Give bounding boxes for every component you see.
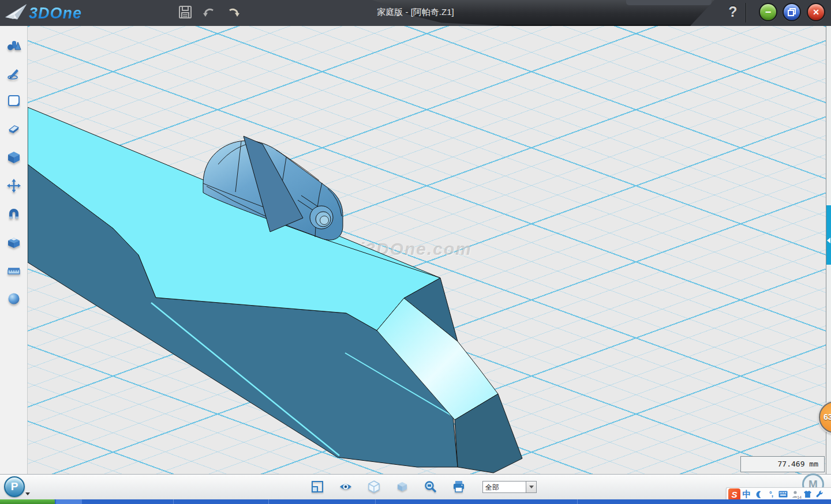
collapsed-panel-tab[interactable] [826,205,831,265]
os-taskbar-sliver [0,499,831,504]
close-button[interactable]: ✕ [807,3,825,21]
wireframe-cube-icon[interactable] [367,480,381,494]
ime-user-count: 14 [797,495,802,499]
chevron-down-icon [529,486,534,488]
sketch-plane-icon[interactable] [6,93,21,108]
zoom-search-icon[interactable] [424,480,437,494]
titlebar: 3DOne 家庭版 - [阿帕奇.Z1] ? − ✕ [0,0,831,26]
ime-user[interactable]: 14 [789,488,801,500]
sketch-pencil-icon[interactable] [6,66,21,81]
ime-settings[interactable] [814,488,825,500]
combine-box-icon[interactable] [6,235,21,250]
save-icon[interactable] [178,5,193,20]
restore-button[interactable] [783,3,801,21]
notification-count: 63 [823,412,831,422]
ime-softkeyboard[interactable] [777,488,789,500]
ime-fullhalf-toggle[interactable] [753,488,765,500]
scale-indicator: 77.469 mm [740,456,825,472]
ime-logo[interactable]: S [728,488,740,501]
3done-app-window: { "titlebar": { "brand": "3DOne", "title… [0,0,831,504]
display-filter-dropdown[interactable]: 全部 [482,481,537,493]
bottom-toolbar: P [0,474,831,499]
help-button[interactable]: ? [724,3,742,20]
keyboard-icon [778,491,788,498]
filter-selected-value: 全部 [482,481,526,493]
brand-text: 3DOne [29,5,82,22]
taskbar-separator [577,499,578,504]
taskbar-separator [268,499,269,504]
measure-ruler-icon[interactable] [6,263,21,278]
taskbar-item-sliver[interactable] [56,499,82,504]
plugin-p-dropdown-arrow[interactable] [25,492,30,495]
undo-icon[interactable] [202,5,217,20]
view-layout-icon[interactable] [310,480,324,494]
taskbar-separator [375,499,376,504]
ime-lang-toggle[interactable]: 中 [741,488,753,500]
visibility-eye-icon[interactable] [339,480,353,494]
model-apache[interactable] [28,26,826,474]
app-logo: 3DOne [3,2,130,25]
start-button-sliver[interactable] [0,499,55,504]
restore-icon [788,8,796,16]
view-controls: 全部 [310,480,537,494]
solid-cube-icon[interactable] [6,150,21,165]
material-sphere-icon[interactable] [6,291,21,306]
primitive-shapes-icon[interactable] [6,38,21,53]
plugin-p-badge[interactable]: P [4,476,25,497]
titlebar-top-tab-decoration [626,0,712,5]
minimize-icon: − [765,6,772,18]
dropdown-arrow-button[interactable] [526,481,537,493]
punctuation-icon[interactable]: °, [765,488,777,500]
ime-skin[interactable] [802,488,813,500]
paper-plane-icon [2,1,30,25]
viewport-canvas[interactable]: i3DOne.com [28,26,826,474]
titlebar-separator [746,3,746,22]
taskbar-separator [173,499,174,504]
skin-shirt-icon [803,490,812,498]
shaded-cube-icon[interactable] [395,480,409,494]
magnet-align-icon[interactable] [6,206,21,221]
eraser-icon[interactable] [6,122,21,137]
redo-icon[interactable] [226,5,241,20]
chevron-left-icon [827,238,830,243]
close-icon: ✕ [813,7,819,17]
print-icon[interactable] [452,480,466,494]
moon-icon [755,490,763,499]
move-icon[interactable] [6,178,21,193]
left-toolbar [0,26,28,474]
minimize-button[interactable]: − [759,3,777,21]
wrench-icon [815,490,823,498]
plugin-p-label: P [11,480,18,493]
